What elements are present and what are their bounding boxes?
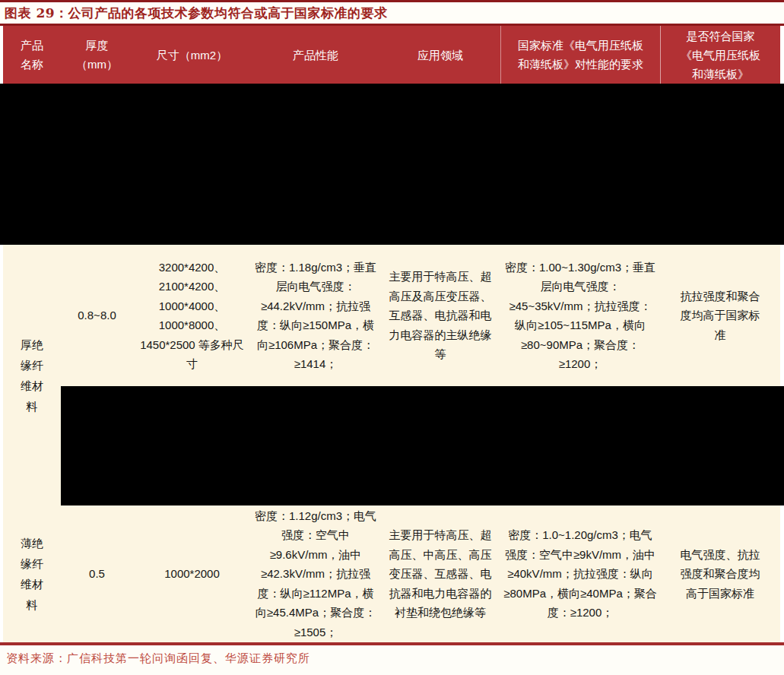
cell-size: 1000*2000 — [133, 505, 251, 642]
figure-title: 图表 29：公司产品的各项技术参数均符合或高于国家标准的要求 — [5, 5, 388, 22]
redacted-block-top — [0, 84, 784, 245]
cell-performance: 密度：1.12g/cm3；电气强度：空气中≥9.6kV/mm，油中≥42.3kV… — [251, 505, 380, 642]
product-name-text: 厚绝缘纤维材料 — [21, 334, 43, 417]
cell-standard: 密度：1.0~1.20g/cm3；电气强度：空气中≥9kV/mm，油中≥40kV… — [500, 505, 660, 642]
cell-compliance: 电气强度、抗拉强度和聚合度均高于国家标准 — [660, 505, 780, 642]
redacted-block-middle — [61, 386, 784, 505]
cell-thickness: 0.5 — [61, 505, 133, 642]
figure-title-bar: 图表 29：公司产品的各项技术参数均符合或高于国家标准的要求 — [0, 2, 784, 24]
table-row: 薄绝缘纤维材料 0.5 1000*2000 密度：1.12g/cm3；电气强度：… — [3, 505, 780, 642]
cell-thickness: 0.8~8.0 — [61, 245, 133, 386]
cell-performance: 密度：1.18g/cm3；垂直层向电气强度：≥44.2kV/mm；抗拉强度：纵向… — [251, 245, 380, 386]
table-header-row: 产品 名称 厚度 （mm） 尺寸（mm2） 产品性能 应用领域 国家标准《电气用… — [3, 26, 780, 84]
source-text: 资料来源：广信科技第一轮问询函回复、华源证券研究所 — [6, 651, 310, 666]
header-application: 应用领域 — [380, 26, 500, 84]
header-compliance: 是否符合国家 《电气用压纸板 和薄纸板》 — [660, 26, 780, 84]
header-performance: 产品性能 — [251, 26, 380, 84]
cell-standard: 密度：1.00~1.30g/cm3；垂直层向电气强度：≥45~35kV/mm；抗… — [500, 245, 660, 386]
table-row-1-name-cell: 厚绝缘纤维材料 — [3, 245, 61, 505]
header-national-standard: 国家标准《电气用压纸板 和薄纸板》对性能的要求 — [500, 26, 660, 84]
header-thickness: 厚度 （mm） — [61, 26, 133, 84]
table-row: 0.8~8.0 3200*4200、2100*4200、1000*4000、10… — [61, 245, 780, 386]
product-name-text: 薄绝缘纤维材料 — [21, 533, 43, 615]
header-product-name: 产品 名称 — [3, 26, 61, 84]
cell-size: 3200*4200、2100*4200、1000*4000、1000*8000、… — [133, 245, 251, 386]
cell-product-name: 薄绝缘纤维材料 — [3, 505, 61, 642]
cell-application: 主要用于特高压、超高压及高压变压器、互感器、电抗器和电力电容器的主纵绝缘等 — [380, 245, 500, 386]
header-size: 尺寸（mm2） — [133, 26, 251, 84]
source-bar: 资料来源：广信科技第一轮问询函回复、华源证券研究所 — [0, 645, 784, 675]
cell-application: 主要用于特高压、超高压、中高压、高压变压器、互感器、电抗器和电力电容器的衬垫和绕… — [380, 505, 500, 642]
cell-compliance: 抗拉强度和聚合度均高于国家标准 — [660, 245, 780, 386]
report-figure-page: 图表 29：公司产品的各项技术参数均符合或高于国家标准的要求 产品 名称 厚度 … — [0, 0, 784, 675]
